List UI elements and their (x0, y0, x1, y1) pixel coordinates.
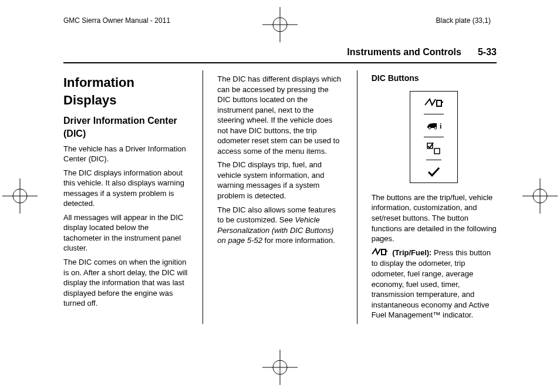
trip-fuel-inline-icon (372, 248, 388, 259)
paragraph: The DIC displays trip, fuel, and vehicle… (217, 160, 342, 201)
header-rule (63, 62, 497, 63)
paragraph: The vehicle has a Driver Information Cen… (63, 144, 188, 164)
paragraph: The DIC has different displays which can… (217, 74, 342, 156)
svg-point-14 (429, 127, 431, 129)
heading-information-displays: Information Displays (63, 74, 188, 109)
trip-fuel-body: Press this button to display the odomete… (372, 248, 491, 320)
svg-rect-12 (437, 100, 441, 106)
svg-text:i: i (440, 122, 442, 130)
trip-fuel-label: (Trip/Fuel): (392, 248, 431, 257)
column-divider (203, 70, 203, 324)
svg-rect-18 (434, 148, 440, 154)
column-3: DIC Buttons i The buttons are the (372, 70, 497, 324)
running-head-section: Instruments and Controls (347, 47, 461, 58)
page-content: Instruments and Controls 5-33 Informatio… (63, 47, 497, 345)
column-2: The DIC has different displays which can… (217, 70, 342, 324)
dic-buttons-figure: i (410, 91, 458, 183)
button-set-reset-icon (427, 160, 441, 183)
print-header-right: Black plate (33,1) (436, 16, 491, 25)
paragraph: The DIC displays information about this … (63, 168, 188, 209)
crop-mark-bottom (262, 350, 298, 385)
column-1: Information Displays Driver Information … (63, 70, 188, 324)
paragraph-trip-fuel: (Trip/Fuel): Press this button to displa… (372, 248, 497, 320)
heading-dic: Driver Information Center (DIC) (63, 114, 188, 140)
paragraph: The DIC also allows some features to be … (217, 205, 342, 246)
column-divider (357, 70, 357, 324)
svg-point-15 (434, 127, 437, 129)
paragraph: The DIC comes on when the ignition is on… (63, 257, 188, 309)
button-customization-icon (426, 137, 441, 160)
crop-mark-left (2, 178, 38, 214)
crop-mark-top (262, 7, 298, 42)
paragraph: The buttons are the trip/fuel, vehicle i… (372, 192, 497, 244)
button-vehicle-info-icon: i (424, 114, 444, 137)
svg-rect-19 (382, 249, 386, 255)
print-header-left: GMC Sierra Owner Manual - 2011 (63, 16, 170, 25)
heading-dic-buttons: DIC Buttons (372, 73, 497, 84)
text-run: for more information. (262, 236, 335, 245)
paragraph: All messages will appear in the DIC disp… (63, 212, 188, 254)
crop-mark-right (522, 178, 558, 214)
running-head-pageno: 5-33 (478, 47, 497, 58)
button-trip-fuel-icon (424, 92, 444, 114)
